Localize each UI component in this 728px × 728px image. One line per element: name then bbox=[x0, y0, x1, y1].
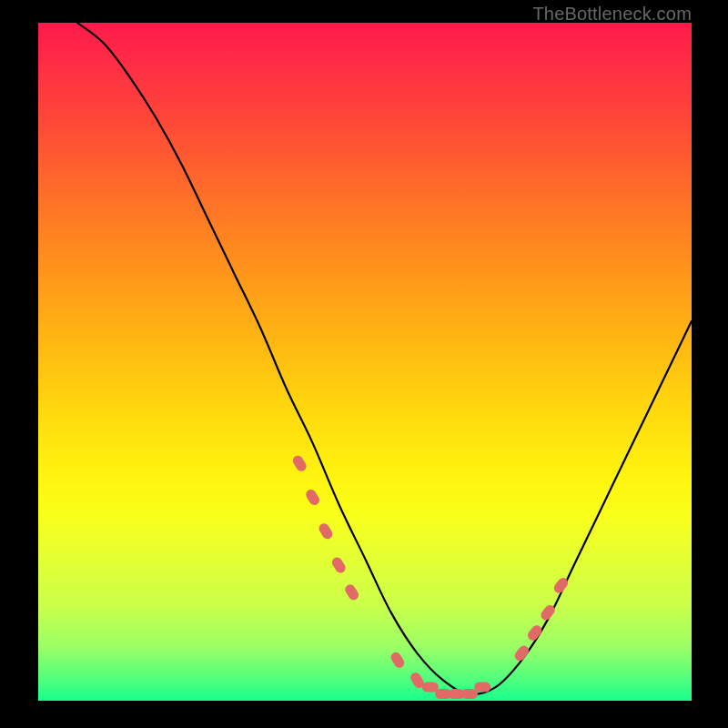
chart-container: TheBottleneck.com bbox=[0, 0, 728, 728]
plot-area bbox=[38, 23, 692, 701]
watermark-label: TheBottleneck.com bbox=[532, 4, 692, 25]
